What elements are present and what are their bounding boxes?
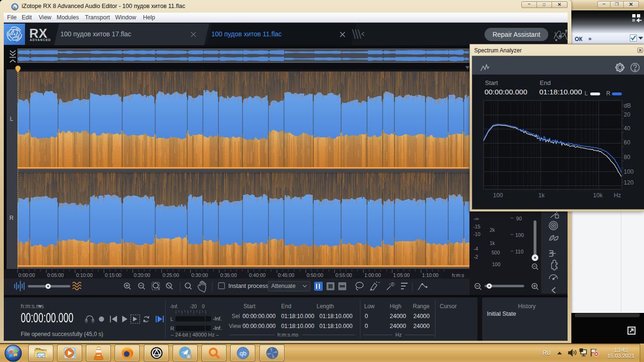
svg-text:0:20:00: 0:20:00 — [134, 272, 150, 278]
svg-text:6: 6 — [187, 354, 190, 359]
svg-text:1:00:00: 1:00:00 — [364, 272, 381, 278]
svg-text:0:00:00: 0:00:00 — [18, 272, 35, 278]
svg-text:0:10:00: 0:10:00 — [76, 272, 92, 278]
svg-text:Instant process: Instant process — [228, 283, 268, 289]
svg-text:0:55:00: 0:55:00 — [335, 272, 352, 278]
svg-text:0:25:00: 0:25:00 — [163, 272, 179, 278]
svg-text:qb: qb — [239, 350, 246, 357]
svg-text:0:15:00: 0:15:00 — [105, 272, 121, 278]
svg-text:0:50:00: 0:50:00 — [307, 272, 323, 278]
svg-text:0:40:00: 0:40:00 — [249, 272, 266, 278]
svg-text:Attenuate: Attenuate — [271, 283, 296, 289]
svg-text:0:05:00: 0:05:00 — [47, 272, 64, 278]
svg-text:0:35:00: 0:35:00 — [220, 272, 237, 278]
svg-text:0:45:00: 0:45:00 — [278, 272, 294, 278]
svg-text:1:05:00: 1:05:00 — [393, 272, 410, 278]
svg-text:h:m:s: h:m:s — [452, 272, 464, 278]
svg-text:0:30:00: 0:30:00 — [192, 272, 208, 278]
svg-text:1:10:00: 1:10:00 — [422, 272, 438, 278]
